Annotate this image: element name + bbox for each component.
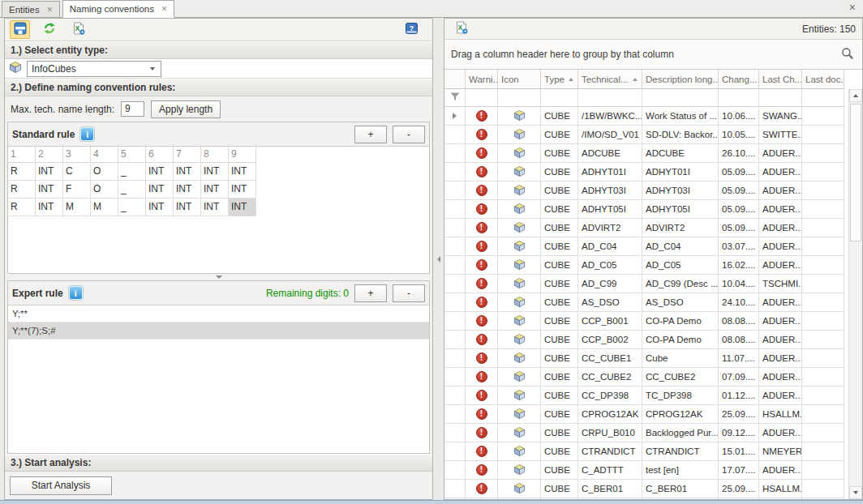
- search-icon[interactable]: [841, 47, 854, 62]
- rule-cell[interactable]: INT: [146, 181, 174, 199]
- icon-cell[interactable]: [498, 349, 541, 368]
- row-selector-cell[interactable]: [444, 312, 466, 331]
- close-icon[interactable]: ×: [161, 4, 167, 14]
- description-cell[interactable]: SD-DLV: Backor...: [642, 126, 719, 144]
- description-cell[interactable]: ADHYT05I: [642, 200, 719, 219]
- icon-cell[interactable]: [498, 424, 541, 442]
- column-header-warning[interactable]: Warni...: [466, 70, 498, 89]
- standard-rule-remove-button[interactable]: -: [393, 126, 425, 143]
- row-selector-cell[interactable]: [444, 387, 466, 405]
- last-changed-by-cell[interactable]: SWITTE...: [759, 126, 802, 144]
- table-row[interactable]: CUBE AD_C05 AD_C05 16.02.... ADUER...: [444, 256, 848, 275]
- changed-date-cell[interactable]: 11.07....: [719, 349, 759, 368]
- last-changed-by-cell[interactable]: ADUER...: [759, 368, 802, 387]
- type-cell[interactable]: CUBE: [541, 405, 578, 424]
- last-changed-by-cell[interactable]: ADUER...: [759, 182, 802, 200]
- last-doc-cell[interactable]: [802, 163, 844, 182]
- last-doc-cell[interactable]: [802, 442, 844, 461]
- type-cell[interactable]: CUBE: [541, 144, 578, 163]
- rule-cell[interactable]: INT: [201, 163, 229, 181]
- refresh-button[interactable]: [39, 20, 59, 39]
- changed-date-cell[interactable]: 05.09....: [719, 200, 759, 219]
- last-doc-cell[interactable]: [802, 144, 844, 163]
- column-header-changed[interactable]: Chang...: [719, 70, 759, 89]
- row-selector-cell[interactable]: [444, 442, 466, 461]
- rule-cell[interactable]: INT: [201, 199, 229, 216]
- type-cell[interactable]: CUBE: [541, 200, 578, 219]
- last-doc-cell[interactable]: [802, 182, 844, 200]
- last-changed-by-cell[interactable]: ADUER...: [759, 349, 802, 368]
- icon-cell[interactable]: [498, 256, 541, 275]
- description-cell[interactable]: CC_CUBE2: [642, 368, 719, 387]
- icon-cell[interactable]: [498, 107, 541, 126]
- warning-cell[interactable]: [466, 331, 498, 349]
- icon-cell[interactable]: [498, 387, 541, 405]
- table-row[interactable]: CUBE CC_CUBE2 CC_CUBE2 07.09.... ADUER..…: [444, 368, 848, 387]
- technical-name-cell[interactable]: AS_DSO: [578, 293, 642, 312]
- changed-date-cell[interactable]: 10.05....: [719, 126, 759, 144]
- icon-cell[interactable]: [498, 480, 541, 498]
- icon-cell[interactable]: [498, 144, 541, 163]
- warning-cell[interactable]: [466, 107, 498, 126]
- table-row[interactable]: CUBE CCP_B002 CO-PA Demo 08.08.... ADUER…: [444, 331, 848, 349]
- rule-cell[interactable]: INT: [229, 163, 256, 181]
- last-changed-by-cell[interactable]: HSALLM...: [759, 405, 802, 424]
- description-cell[interactable]: CO-PA Demo: [642, 331, 719, 349]
- last-changed-by-cell[interactable]: ADUER...: [759, 200, 802, 219]
- last-doc-cell[interactable]: [802, 256, 844, 275]
- rule-cell[interactable]: M: [63, 199, 91, 216]
- row-selector-cell[interactable]: [444, 368, 466, 387]
- rule-cell[interactable]: R: [8, 181, 36, 199]
- last-changed-by-cell[interactable]: ADUER...: [759, 163, 802, 182]
- type-cell[interactable]: CUBE: [541, 349, 578, 368]
- last-changed-by-cell[interactable]: SWANG...: [759, 107, 802, 126]
- row-selector-cell[interactable]: [444, 163, 466, 182]
- technical-name-cell[interactable]: CRPU_B010: [578, 424, 642, 442]
- changed-date-cell[interactable]: 01.12....: [719, 387, 759, 405]
- expert-rule-add-button[interactable]: +: [354, 284, 387, 302]
- rule-cell[interactable]: INT: [229, 199, 256, 216]
- column-header[interactable]: 9: [229, 147, 256, 163]
- table-row[interactable]: CUBE AD_C04 AD_C04 03.07.... ADUER...: [444, 237, 848, 256]
- technical-name-cell[interactable]: AD_C04: [578, 237, 642, 256]
- horizontal-splitter[interactable]: [5, 274, 432, 280]
- filter-cell[interactable]: [759, 89, 802, 107]
- vertical-scrollbar[interactable]: [848, 89, 862, 499]
- table-row[interactable]: CUBE C_ADTTT test [en] 17.07.... ADUER..…: [444, 461, 848, 480]
- apply-length-button[interactable]: Apply length: [151, 100, 221, 118]
- technical-name-cell[interactable]: CC_CUBE1: [578, 349, 642, 368]
- warning-cell[interactable]: [466, 182, 498, 200]
- icon-cell[interactable]: [498, 219, 541, 237]
- table-row[interactable]: CUBE ADHYT03I ADHYT03I 05.09.... ADUER..…: [444, 182, 848, 200]
- description-cell[interactable]: CPROG12AK: [642, 405, 719, 424]
- technical-name-cell[interactable]: CPROG12AK: [578, 405, 642, 424]
- description-cell[interactable]: TC_DP398: [642, 387, 719, 405]
- filter-cell[interactable]: [541, 89, 578, 107]
- last-changed-by-cell[interactable]: ADUER...: [759, 387, 802, 405]
- changed-date-cell[interactable]: 16.02....: [719, 256, 759, 275]
- scroll-up-button[interactable]: [849, 89, 862, 102]
- icon-cell[interactable]: [498, 442, 541, 461]
- last-changed-by-cell[interactable]: ADUER...: [759, 237, 802, 256]
- type-cell[interactable]: CUBE: [541, 368, 578, 387]
- group-by-panel[interactable]: Drag a column header here to group by th…: [444, 40, 862, 70]
- rule-cell[interactable]: _: [118, 199, 146, 216]
- rule-cell[interactable]: INT: [174, 199, 201, 216]
- technical-name-cell[interactable]: CTRANDICT: [578, 442, 642, 461]
- last-changed-by-cell[interactable]: NMEYER: [759, 442, 802, 461]
- help-button[interactable]: ?: [401, 20, 422, 39]
- start-analysis-button[interactable]: Start Analysis: [10, 476, 112, 495]
- changed-date-cell[interactable]: 03.07....: [719, 237, 759, 256]
- warning-cell[interactable]: [466, 480, 498, 498]
- type-cell[interactable]: CUBE: [541, 219, 578, 237]
- column-header-icon[interactable]: Icon: [498, 70, 541, 89]
- last-changed-by-cell[interactable]: ADUER...: [759, 144, 802, 163]
- changed-date-cell[interactable]: 26.10....: [719, 144, 759, 163]
- column-header[interactable]: 3: [63, 147, 91, 163]
- type-cell[interactable]: CUBE: [541, 275, 578, 293]
- warning-cell[interactable]: [466, 256, 498, 275]
- filter-cell[interactable]: [719, 89, 759, 107]
- expert-rule-row[interactable]: Y;**(7);S;#: [8, 322, 429, 340]
- icon-cell[interactable]: [498, 312, 541, 331]
- description-cell[interactable]: Work Status of ...: [642, 107, 719, 126]
